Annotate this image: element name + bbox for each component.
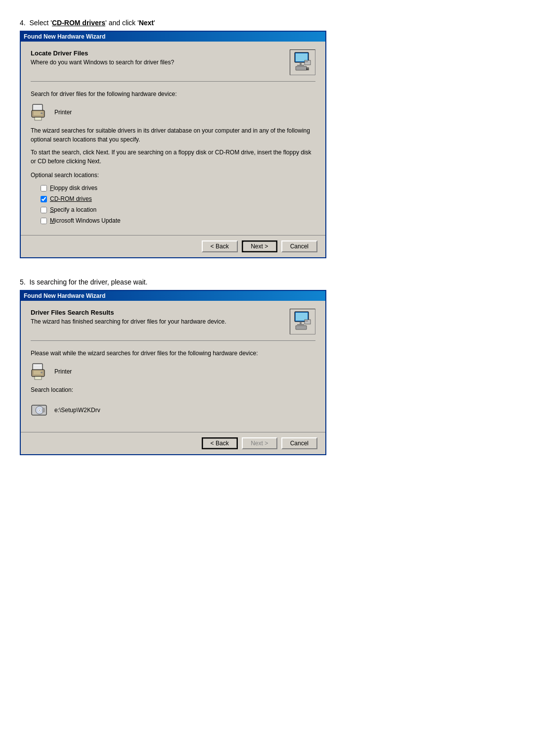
header-title-1: Locate Driver Files (31, 49, 174, 57)
checkbox-winupdate-label: Microsoft Windows Update (50, 216, 121, 225)
header-subtitle-1: Where do you want Windows to search for … (31, 59, 174, 66)
svg-rect-18 (296, 326, 307, 330)
next-text: Next (139, 19, 154, 27)
titlebar-text-2: Found New Hardware Wizard (24, 292, 105, 299)
device-name-1: Printer (54, 108, 72, 117)
header-subtitle-2: The wizard has finished searching for dr… (31, 318, 226, 325)
wizard-footer-2: < Back Next > Cancel (21, 432, 325, 454)
device-search-label: Search for driver files for the followin… (31, 90, 315, 98)
checkbox-cdrom-input[interactable] (41, 196, 47, 202)
svg-rect-12 (35, 117, 42, 120)
hardware-icon-2 (290, 309, 315, 334)
svg-text:🖥: 🖥 (306, 67, 310, 71)
search-location-label: Search location: (31, 385, 315, 394)
svg-rect-5 (305, 60, 311, 65)
wizard-header-1: Locate Driver Files Where do you want Wi… (31, 49, 315, 82)
printer-icon-2 (31, 363, 48, 380)
wizard-content-2: Driver Files Search Results The wizard h… (21, 301, 325, 432)
step-5-label: 5. Is searching for the driver, please w… (20, 278, 514, 286)
cancel-button-2[interactable]: Cancel (281, 437, 317, 449)
wizard-footer-1: < Back Next > Cancel (21, 235, 325, 257)
next-button-2[interactable]: Next > (242, 437, 277, 449)
wizard-header-text-2: Driver Files Search Results The wizard h… (31, 309, 226, 325)
search-path-text: e:\Setup\W2KDrv (54, 406, 100, 415)
wizard-window-2: Found New Hardware Wizard Driver Files S… (20, 290, 326, 455)
device-name-2: Printer (54, 367, 72, 376)
svg-rect-15 (296, 313, 308, 321)
cancel-button-1[interactable]: Cancel (281, 240, 317, 252)
svg-rect-6 (305, 61, 308, 62)
para1: The wizard searches for suitable drivers… (31, 126, 315, 144)
svg-rect-19 (305, 320, 311, 324)
hardware-icon-svg-2 (292, 311, 313, 332)
checkbox-specify-input[interactable] (41, 207, 47, 213)
search-path-row: e:\Setup\W2KDrv (31, 401, 315, 419)
svg-rect-9 (34, 105, 42, 106)
checkbox-winupdate[interactable]: Microsoft Windows Update (41, 216, 315, 225)
svg-rect-4 (296, 66, 307, 70)
checkbox-specify-label: Specify a location (50, 205, 96, 214)
svg-rect-31 (43, 408, 44, 412)
svg-rect-17 (297, 324, 304, 325)
header-title-2: Driver Files Search Results (31, 309, 226, 316)
hardware-icon-svg-1: 🖥 (292, 51, 313, 73)
svg-rect-20 (305, 321, 308, 322)
para2: To start the search, click Next. If you … (31, 148, 315, 166)
svg-rect-16 (300, 322, 302, 324)
svg-point-26 (41, 372, 43, 374)
svg-rect-3 (297, 65, 304, 66)
titlebar-text-1: Found New Hardware Wizard (24, 33, 105, 40)
wizard-body-2: Please wait while the wizard searches fo… (31, 349, 315, 419)
optional-label: Optional search locations: (31, 171, 315, 180)
wizard-titlebar-2: Found New Hardware Wizard (21, 291, 325, 301)
hardware-icon-1: 🖥 (290, 49, 315, 75)
step-4-container: 4. Select 'CD-ROM drivers' and click 'Ne… (20, 19, 514, 258)
checkbox-floppy[interactable]: Floppy disk drives (41, 184, 315, 192)
device-search-label-2: Please wait while the wizard searches fo… (31, 349, 315, 358)
checkbox-floppy-label: Floppy disk drives (50, 184, 97, 192)
device-row-2: Printer (31, 363, 315, 380)
step-5-text: Is searching for the driver, please wait… (29, 278, 147, 286)
checkbox-winupdate-input[interactable] (41, 218, 47, 224)
printer-icon-1 (31, 103, 48, 121)
checkbox-cdrom[interactable]: CD-ROM drives (41, 194, 315, 203)
wizard-window-1: Found New Hardware Wizard Locate Driver … (20, 31, 326, 258)
wizard-content-1: Locate Driver Files Where do you want Wi… (21, 42, 325, 235)
svg-rect-22 (34, 365, 42, 366)
cd-drive-icon (31, 401, 48, 419)
next-button-1[interactable]: Next > (242, 240, 277, 252)
svg-rect-2 (300, 62, 302, 65)
svg-rect-1 (296, 53, 308, 61)
wizard-header-text-1: Locate Driver Files Where do you want Wi… (31, 49, 174, 66)
back-button-2[interactable]: < Back (202, 437, 238, 449)
step-5-container: 5. Is searching for the driver, please w… (20, 278, 514, 455)
checkbox-cdrom-label: CD-ROM drives (50, 194, 92, 203)
step-4-label: 4. Select 'CD-ROM drivers' and click 'Ne… (20, 19, 514, 27)
svg-point-30 (39, 410, 40, 411)
svg-rect-25 (35, 377, 42, 379)
cdrom-drivers-text: CD-ROM drivers (52, 19, 105, 27)
wizard-body-1: Search for driver files for the followin… (31, 90, 315, 225)
checkbox-specify[interactable]: Specify a location (41, 205, 315, 214)
wizard-titlebar-1: Found New Hardware Wizard (21, 32, 325, 42)
wizard-header-2: Driver Files Search Results The wizard h… (31, 309, 315, 341)
back-button-1[interactable]: < Back (202, 240, 238, 252)
svg-point-13 (41, 112, 43, 114)
device-row-1: Printer (31, 103, 315, 121)
checkbox-floppy-input[interactable] (41, 185, 47, 191)
